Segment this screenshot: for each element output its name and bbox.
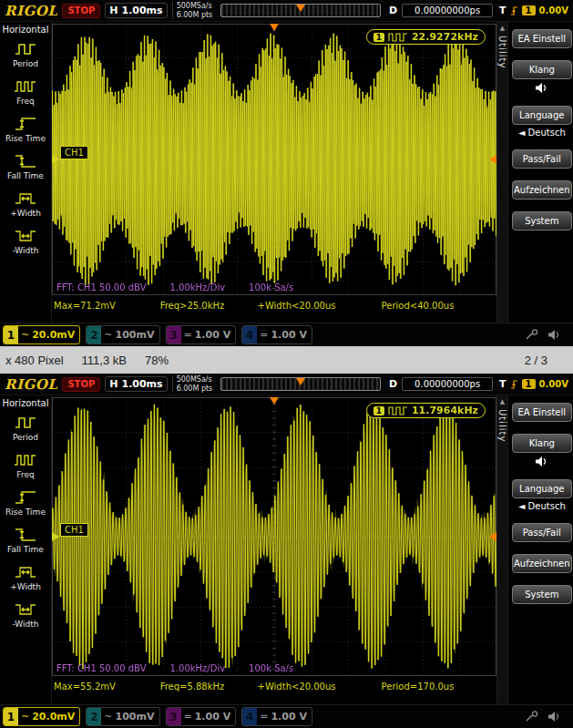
trigger-position-indicator[interactable] [270, 397, 279, 405]
menu-klang-button[interactable]: Klang [512, 434, 572, 453]
acquisition-info: 500MSa/s 6.00M pts [172, 2, 213, 19]
menu-item-freq[interactable]: Freq [14, 446, 37, 484]
channel-4-status[interactable]: 4 = 1.00 V [241, 707, 312, 726]
utility-tab[interactable]: ▲ Utility [496, 395, 508, 704]
graticule-canvas [52, 24, 496, 295]
right-menu: ▲ Utility EA Einstell Klang Language ◄ D… [496, 395, 573, 704]
language-value[interactable]: ◄ Deutsch [512, 498, 572, 511]
menu-passfail-button[interactable]: Pass/Fail [512, 523, 572, 542]
menu-item-label: Rise Time [5, 134, 46, 143]
menu-item-pwidth[interactable]: +Width [10, 185, 41, 222]
measurement-row: Max=55.2mV Freq=5.88kHz +Width<20.00us P… [52, 682, 496, 692]
channel1-badge: CH1 [60, 523, 88, 537]
menu-passfail-button[interactable]: Pass/Fail [512, 149, 572, 169]
memory-depth: 6.00M pts [177, 385, 213, 394]
trigger-label: T [499, 5, 506, 16]
menu-item-label: Period [13, 59, 38, 68]
trigger-position-indicator[interactable] [270, 24, 279, 31]
frequency-counter: 1 22.9272kHz [366, 29, 486, 45]
oscilloscope-screenshot-1: RIGOL STOP H 1.00ms 500MSa/s 6.00M pts D… [0, 0, 573, 346]
channel-number: 4 [242, 708, 257, 725]
menu-system-button[interactable]: System [512, 585, 572, 604]
freq-icon [14, 78, 37, 95]
utility-tab-label: Utility [497, 409, 507, 442]
channel-4-status[interactable]: 4 = 1.00 V [241, 325, 312, 344]
channel1-level-marker[interactable] [52, 155, 59, 164]
menu-item-rise-time[interactable]: Rise Time [5, 484, 46, 521]
acquisition-info: 500MSa/s 6.00M pts [172, 375, 213, 393]
nwidth-icon [14, 228, 37, 244]
period-icon [14, 41, 37, 57]
menu-item-nwidth[interactable]: -Width [12, 596, 38, 633]
menu-ea-einstell-button[interactable]: EA Einstell [512, 403, 572, 422]
fft-label: FFT: CH1 50.00 dBV [56, 663, 146, 673]
menu-item-fall-time[interactable]: Fall Time [7, 521, 44, 559]
menu-language-button[interactable]: Language [512, 106, 572, 125]
menu-item-pwidth[interactable]: +Width [10, 559, 41, 596]
trigger-level-marker[interactable] [489, 532, 496, 541]
left-menu: Horizontal Period Freq Rise Time Fall Ti… [0, 22, 52, 323]
menu-system-button[interactable]: System [512, 211, 572, 231]
pwidth-icon [14, 190, 37, 207]
period-icon [14, 415, 37, 431]
menu-language-button[interactable]: Language [512, 479, 572, 498]
channel1-level-marker[interactable] [52, 532, 59, 541]
trigger-slope-icon [510, 5, 518, 16]
trigger-label: T [499, 378, 506, 390]
menu-item-label: Fall Time [7, 545, 44, 554]
channel-3-status[interactable]: 3 = 1.00 V [166, 707, 237, 726]
menu-item-freq[interactable]: Freq [14, 73, 37, 110]
trigger-info: T 1 0.00V [497, 5, 568, 16]
channel-2-status[interactable]: 2 ~ 100mV [86, 325, 159, 344]
channel-3-status[interactable]: 3 = 1.00 V [166, 325, 237, 344]
coupling-symbol: = [257, 711, 271, 723]
menu-up-icon: ▲ [500, 22, 505, 34]
channel-1-status[interactable]: 1 ~ 20.0mV [3, 325, 80, 344]
coupling-symbol: ~ [101, 711, 115, 723]
trigger-source-badge: 1 [522, 5, 536, 15]
zoom-level: 78% [145, 354, 169, 367]
fft-label: FFT: CH1 50.00 dBV [56, 282, 146, 292]
measurement-freq: Freq=5.88kHz [160, 682, 258, 692]
square-wave-icon [388, 33, 408, 42]
run-state-badge[interactable]: STOP [62, 377, 100, 392]
rigol-logo: RIGOL [5, 3, 57, 19]
trigger-position-marker[interactable] [296, 378, 305, 385]
menu-item-label: Rise Time [5, 508, 46, 517]
fft-info: FFT: CH1 50.00 dBV 1.00kHz/Div 100k Sa/s [56, 282, 293, 292]
coupling-symbol: = [257, 329, 271, 341]
waveform-display: 1 11.7964kHz CH1 FFT: CH1 50.00 dBV 1.00… [52, 395, 496, 704]
trigger-level-value: 0.00V [539, 5, 568, 15]
menu-item-rise-time[interactable]: Rise Time [5, 110, 46, 148]
channel-number: 2 [87, 708, 101, 725]
language-value[interactable]: ◄ Deutsch [512, 125, 572, 138]
trigger-level-marker[interactable] [489, 155, 496, 164]
left-menu-title: Horizontal [2, 395, 48, 409]
scope-header: RIGOL STOP H 1.00ms 500MSa/s 6.00M pts D… [0, 0, 573, 22]
timeline-bar[interactable] [220, 4, 381, 17]
counter-value: 22.9272kHz [412, 31, 478, 43]
utility-tab[interactable]: ▲ Utility [496, 22, 508, 323]
channel-1-status[interactable]: 1 ~ 20.0mV [3, 707, 80, 726]
menu-item-nwidth[interactable]: -Width [12, 222, 38, 260]
menu-item-label: Period [13, 433, 38, 442]
horizontal-timebase: H 1.00ms [105, 3, 167, 18]
menu-ea-einstell-button[interactable]: EA Einstell [512, 29, 572, 48]
trigger-position-marker[interactable] [296, 5, 305, 12]
menu-aufzeichnen-button[interactable]: Aufzeichnen [512, 180, 572, 200]
channel-2-status[interactable]: 2 ~ 100mV [86, 707, 159, 726]
menu-item-period[interactable]: Period [13, 409, 38, 446]
menu-item-period[interactable]: Period [13, 36, 38, 73]
page-indicator: 2 / 3 [525, 354, 547, 367]
coupling-symbol: = [181, 711, 195, 723]
menu-klang-button[interactable]: Klang [512, 60, 572, 79]
menu-item-label: +Width [10, 209, 41, 218]
coupling-symbol: = [181, 329, 195, 341]
delay-value: 0.00000000ps [402, 4, 493, 17]
menu-aufzeichnen-button[interactable]: Aufzeichnen [512, 554, 572, 573]
timeline-bar[interactable] [220, 377, 381, 391]
menu-item-fall-time[interactable]: Fall Time [7, 148, 44, 185]
run-state-badge[interactable]: STOP [62, 4, 100, 18]
utility-tab-label: Utility [497, 36, 507, 68]
nwidth-icon [14, 601, 37, 618]
